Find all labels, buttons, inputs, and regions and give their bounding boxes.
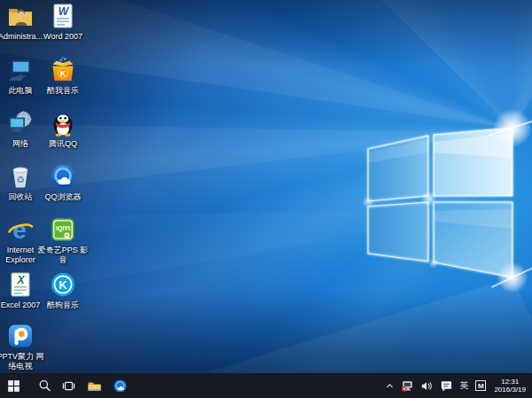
taskbar-clock[interactable]: 12:31 2016/3/19 xyxy=(489,378,532,394)
task-view-icon xyxy=(62,379,75,393)
icon-label: 酷狗音乐 xyxy=(37,300,89,310)
tray-network-status[interactable] xyxy=(397,373,417,398)
file-explorer-button[interactable] xyxy=(82,373,106,398)
network-icon xyxy=(6,109,35,137)
ime-language-indicator[interactable]: 英 xyxy=(456,379,472,392)
icon-label: 爱奇艺PPS 影音 xyxy=(37,246,89,265)
desktop-icon-internet-explorer[interactable]: e Internet Explorer xyxy=(0,215,43,265)
desktop-icon-excel-2007[interactable]: X Excel 2007 xyxy=(0,270,43,310)
ime-mode-indicator[interactable]: M xyxy=(475,380,486,391)
kugou-music-icon: K xyxy=(49,270,77,299)
word-2007-icon: W xyxy=(49,2,77,30)
speaker-icon xyxy=(420,379,434,393)
tray-action-center[interactable] xyxy=(436,373,456,398)
desktop-icon-recycle-bin[interactable]: ♻ 回收站 xyxy=(0,162,43,202)
kuwo-music-icon: K xyxy=(49,56,77,84)
iqiyi-pps-icon: iQIYI xyxy=(49,215,77,244)
search-button[interactable] xyxy=(33,373,57,398)
administrator-folder-icon xyxy=(6,2,35,30)
chevron-up-icon xyxy=(385,381,395,391)
file-explorer-icon xyxy=(87,379,102,393)
start-button[interactable] xyxy=(0,373,27,398)
clock-date: 2016/3/19 xyxy=(494,386,526,394)
desktop-icon-word-2007[interactable]: W Word 2007 xyxy=(41,2,85,42)
qq-browser-taskbar-button[interactable] xyxy=(108,373,132,398)
qq-browser-icon xyxy=(113,378,128,394)
desktop-icon-this-pc[interactable]: 此电脑 xyxy=(0,56,43,96)
svg-text:W: W xyxy=(59,5,70,18)
tray-expand-button[interactable] xyxy=(381,373,397,398)
tencent-qq-icon xyxy=(49,109,77,137)
network-disconnected-icon xyxy=(401,379,414,393)
desktop-icon-administrator[interactable]: Administra... xyxy=(0,2,43,42)
tray-volume[interactable] xyxy=(417,373,436,398)
icon-label: Word 2007 xyxy=(37,32,89,42)
recycle-bin-icon: ♻ xyxy=(6,162,35,191)
icon-label: 腾讯QQ xyxy=(37,139,89,149)
svg-text:♻: ♻ xyxy=(17,175,25,184)
svg-text:e: e xyxy=(12,216,27,244)
icon-label: 酷我音乐 xyxy=(37,86,89,96)
search-icon xyxy=(38,379,51,393)
task-view-button[interactable] xyxy=(57,373,81,398)
excel-2007-icon: X xyxy=(6,270,35,299)
icon-label: PPTV聚力 网络电视 xyxy=(0,352,46,371)
desktop-icon-kuwo-music[interactable]: K 酷我音乐 xyxy=(41,56,85,96)
desktop-icon-pptv[interactable]: PPTV聚力 网络电视 xyxy=(0,322,43,371)
taskbar: 英 M 12:31 2016/3/19 xyxy=(0,373,532,398)
svg-text:iQIYI: iQIYI xyxy=(56,225,70,232)
desktop-icon-iqiyi-pps[interactable]: iQIYI 爱奇艺PPS 影音 xyxy=(41,215,85,265)
windows-desktop-screen: Administra... W Word 2007 此电脑 xyxy=(0,0,532,398)
pptv-icon xyxy=(6,322,35,350)
svg-text:X: X xyxy=(16,274,25,286)
desktop-icon-qq-browser[interactable]: QQ浏览器 xyxy=(41,162,85,202)
this-pc-icon xyxy=(6,56,35,84)
system-tray: 英 M 12:31 2016/3/19 xyxy=(381,373,532,398)
clock-time: 12:31 xyxy=(494,378,526,386)
desktop-icon-tencent-qq[interactable]: 腾讯QQ xyxy=(41,109,85,149)
svg-text:K: K xyxy=(60,69,66,78)
desktop-icon-network[interactable]: 网络 xyxy=(0,109,43,149)
desktop-icon-kugou-music[interactable]: K 酷狗音乐 xyxy=(41,270,85,310)
action-center-icon xyxy=(440,379,453,393)
internet-explorer-icon: e xyxy=(6,215,35,244)
windows-start-icon xyxy=(7,379,20,393)
svg-text:K: K xyxy=(59,278,67,292)
qq-browser-icon xyxy=(49,162,77,191)
icon-label: QQ浏览器 xyxy=(37,192,89,202)
